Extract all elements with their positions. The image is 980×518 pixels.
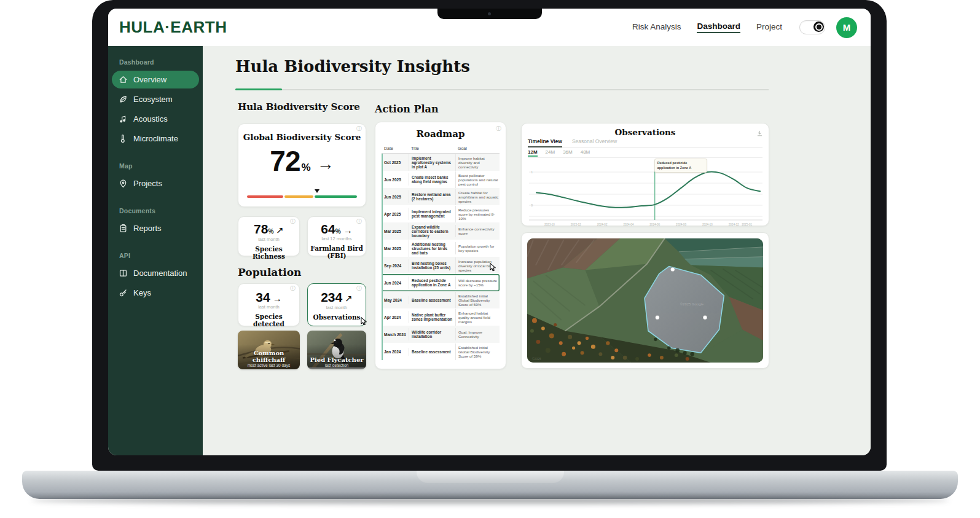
sidebar-section: Dashboard Overview Ecosystem Acoustics M… <box>108 58 203 147</box>
nav-risk-analysis[interactable]: Risk Analysis <box>632 22 681 33</box>
sidebar-section: Map Projects <box>108 162 203 192</box>
stat-period: last 12 months <box>308 236 366 241</box>
roadmap-row[interactable]: Jun 2025 Restore wetland area (2 hectare… <box>382 188 500 205</box>
nav-project[interactable]: Project <box>756 22 782 33</box>
main-content: Hula Biodiversity Insights Hula Biodiver… <box>203 46 871 455</box>
svg-text:2024-08: 2024-08 <box>676 223 686 226</box>
theme-toggle[interactable] <box>799 20 825 34</box>
roadmap-row[interactable]: March 2024 Wildlife corridor installatio… <box>382 326 500 343</box>
sidebar-section-label: Map <box>119 162 203 170</box>
roadmap-row[interactable]: Jun 2025 Create insect banks along field… <box>382 171 500 188</box>
map-marker[interactable] <box>703 315 707 320</box>
sidebar-item-keys[interactable]: Keys <box>112 284 199 302</box>
sidebar-item-overview[interactable]: Overview <box>112 71 199 88</box>
range-24m[interactable]: 24M <box>546 149 555 156</box>
stat-label: Observations <box>308 313 366 321</box>
sidebar-item-reports[interactable]: Reports <box>112 219 199 237</box>
stat-value: 64 <box>321 222 335 235</box>
info-icon[interactable]: ⓘ <box>290 286 296 291</box>
sidebar-item-label: Projects <box>133 179 162 188</box>
species-detected-card[interactable]: ⓘ 34→ last month Species detected <box>238 283 300 326</box>
tab-timeline-view[interactable]: Timeline View <box>528 138 562 147</box>
observations-chart[interactable]: 102023-102023-122024-022024-042024-06202… <box>528 159 762 229</box>
map-pin-icon <box>119 179 128 188</box>
user-avatar[interactable]: M <box>836 17 857 38</box>
brand-logo: HULA·EARTH <box>119 18 227 37</box>
satellite-map-image[interactable]: ©2025 Google ©2025 <box>527 238 763 363</box>
roadmap-row-goal: Established initial Global Biodiversity … <box>455 343 501 360</box>
roadmap-row[interactable]: Jun 2024 Reduced pesticide application i… <box>382 274 500 291</box>
roadmap-row-goal: Enhance connectivity score <box>455 225 501 237</box>
bird-card-chiffchaff[interactable]: Common chiffchaff most active last 30 da… <box>238 331 300 369</box>
sidebar-item-ecosystem[interactable]: Ecosystem <box>112 90 199 108</box>
map-marker[interactable] <box>670 267 675 272</box>
sidebar-item-microclimate[interactable]: Microclimate <box>112 130 199 147</box>
page-title: Hula Biodiversity Insights <box>235 57 470 76</box>
trend-right-icon: → <box>273 293 282 304</box>
leaf-icon <box>119 95 128 104</box>
gauge-amber-segment <box>284 195 313 198</box>
sidebar-section-label: Dashboard <box>119 58 203 66</box>
info-icon[interactable]: ⓘ <box>496 126 501 131</box>
roadmap-row-title: Additional nesting structures for birds … <box>409 240 455 257</box>
roadmap-row-title: Bird nesting boxes installation (25 unit… <box>409 259 455 272</box>
roadmap-row[interactable]: Apr 2024 Native plant buffer zones imple… <box>382 308 500 326</box>
svg-text:1: 1 <box>531 170 533 174</box>
roadmap-row[interactable]: Mar 2025 Expand wildlife corridors to ea… <box>382 222 500 240</box>
sidebar-item-acoustics[interactable]: Acoustics <box>112 110 199 128</box>
bird-subtitle: last detection <box>307 363 366 367</box>
key-icon <box>119 288 128 297</box>
range-36m[interactable]: 36M <box>563 149 573 156</box>
roadmap-row-date: March 2024 <box>382 331 409 339</box>
roadmap-row[interactable]: Mar 2025 Additional nesting structures f… <box>382 240 500 257</box>
tab-seasonal-overview[interactable]: Seasonal Overview <box>572 138 617 147</box>
col-goal: Goal <box>455 146 501 151</box>
roadmap-row-date: Apr 2024 <box>382 313 409 321</box>
observations-title: Observations <box>528 127 762 137</box>
sidebar-item-projects[interactable]: Projects <box>112 175 199 192</box>
info-icon[interactable]: ⓘ <box>356 286 362 291</box>
range-48m[interactable]: 48M <box>581 149 590 156</box>
roadmap-row-date: Mar 2025 <box>382 227 409 235</box>
svg-text:2024-04: 2024-04 <box>623 223 633 226</box>
info-icon[interactable]: ⓘ <box>356 126 362 131</box>
svg-text:2025-01: 2025-01 <box>742 223 752 226</box>
species-richness-card[interactable]: ⓘ 78%↗ last month Species Richness <box>238 216 300 256</box>
tooltip-line-1: Reduced pesticide <box>657 160 704 165</box>
observations-stat-card[interactable]: ⓘ 234↗ last month Observations <box>307 283 366 326</box>
sidebar-item-label: Documentation <box>133 269 187 278</box>
map-marker[interactable] <box>656 315 660 320</box>
global-biodiversity-score-card: ⓘ Global Biodiversity Score 72 % → <box>238 124 366 207</box>
roadmap-row[interactable]: Sep 2024 Bird nesting boxes installation… <box>382 257 500 274</box>
roadmap-row[interactable]: Apr 2025 Implement integrated pest manag… <box>382 205 500 222</box>
roadmap-row[interactable]: May 2024 Baseline assessment Established… <box>382 291 500 308</box>
svg-text:2023-12: 2023-12 <box>571 223 581 226</box>
stat-label: Farmland Bird (FBI) <box>308 245 366 259</box>
sidebar-section-items: Overview Ecosystem Acoustics Microclimat… <box>108 71 203 147</box>
sidebar-section-items: Reports <box>108 219 203 237</box>
laptop-frame: HULA·EARTH Risk AnalysisDashboardProject… <box>92 0 887 471</box>
col-date: Date <box>382 146 409 151</box>
info-icon[interactable]: ⓘ <box>356 219 362 224</box>
top-nav: Risk AnalysisDashboardProject <box>632 22 782 33</box>
roadmap-row-goal: Established initial Global Biodiversity … <box>455 292 501 308</box>
roadmap-row[interactable]: Jan 2024 Baseline assessment Established… <box>382 343 500 360</box>
info-icon[interactable]: ⓘ <box>290 219 296 224</box>
roadmap-row[interactable]: Oct 2025 Implement agroforestry systems … <box>382 154 500 171</box>
roadmap-row-title: Native plant buffer zones implementation <box>409 311 455 323</box>
bird-card-flycatcher[interactable]: Pied Flycatcher last detection <box>307 331 366 369</box>
range-12m[interactable]: 12M <box>528 149 538 157</box>
sidebar-item-label: Keys <box>133 288 151 297</box>
trend-up-right-icon: ↗ <box>345 293 353 304</box>
farmland-bird-card[interactable]: ⓘ 64%→ last 12 months Farmland Bird (FBI… <box>307 216 366 256</box>
roadmap-table: Date Title Goal Oct 2025 Implement agrof… <box>382 144 500 360</box>
roadmap-row-date: Sep 2024 <box>382 262 409 270</box>
roadmap-row-goal: Goal: Improve Connectivity <box>455 328 501 340</box>
sidebar-item-documentation[interactable]: Documentation <box>112 264 199 282</box>
tooltip-line-2: application in Zone A <box>657 165 704 170</box>
sidebar-section: Documents Reports <box>108 207 203 237</box>
roadmap-row-date: Mar 2025 <box>382 245 409 253</box>
download-icon[interactable] <box>756 128 763 139</box>
nav-dashboard[interactable]: Dashboard <box>697 22 740 33</box>
stat-unit: % <box>335 228 341 235</box>
